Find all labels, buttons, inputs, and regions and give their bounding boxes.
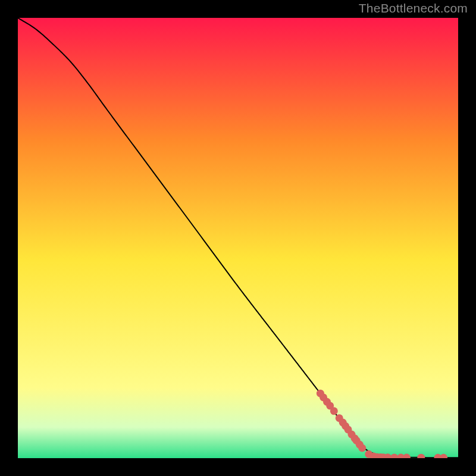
data-point bbox=[330, 407, 338, 415]
chart-plot-area bbox=[18, 18, 458, 458]
attribution-text: TheBottleneck.com bbox=[359, 1, 468, 15]
gradient-background bbox=[18, 18, 458, 458]
data-point bbox=[358, 444, 366, 452]
chart-svg bbox=[18, 18, 458, 458]
